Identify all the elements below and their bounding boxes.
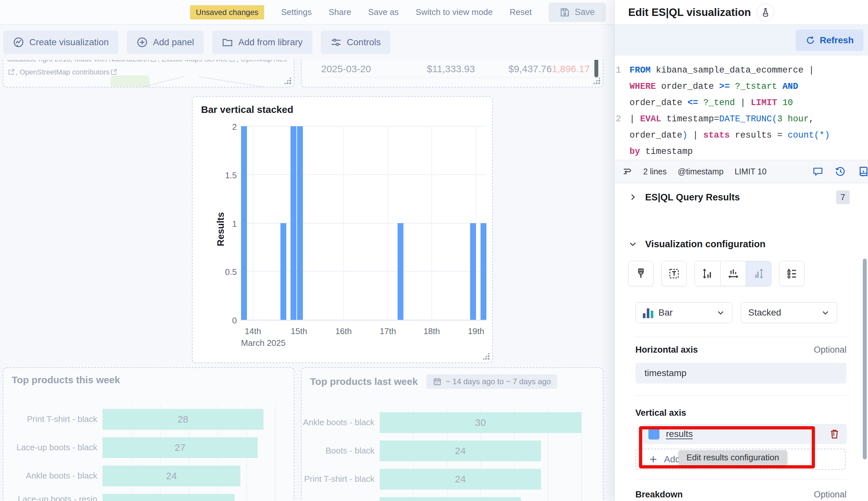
code-token: stats [703, 130, 730, 140]
controls-label: Controls [347, 37, 381, 47]
horizontal-axis-value: timestamp [644, 368, 686, 379]
code-token: 10 [782, 98, 793, 108]
word-wrap-icon[interactable] [622, 166, 632, 177]
left-axis-button[interactable] [695, 261, 720, 286]
line-number: 1 [614, 62, 630, 78]
panel-resize-handle[interactable] [482, 352, 490, 360]
bar-2025-03-14 21:00 [290, 126, 296, 320]
add-from-library-button[interactable]: Add from library [212, 31, 312, 54]
code-token [698, 98, 703, 108]
menu-item-switch-to-view-mode[interactable]: Switch to view mode [416, 7, 493, 17]
refresh-button[interactable]: Refresh [796, 30, 864, 51]
edit-results-configuration-link[interactable]: results [666, 429, 693, 439]
feedback-icon[interactable] [813, 166, 823, 177]
category-label: Lace-up boots - resin coffee [3, 494, 103, 501]
right-axis-button[interactable] [746, 261, 771, 286]
map-attribution: database right 2018, Made with NaturalEa… [3, 60, 294, 79]
create-visualization-label: Create visualization [29, 37, 109, 47]
gridline [246, 490, 247, 501]
bar-row-lace-up-boots-black: Lace-up boots - black27 [3, 433, 294, 462]
tech-preview-badge[interactable] [757, 3, 774, 21]
kibana-dashboard-app: Unsaved changes SettingsShareSave asSwit… [0, 0, 868, 501]
controls-button[interactable]: Controls [321, 31, 390, 54]
bar-vertical-stacked-panel[interactable]: Bar vertical stacked Results 00.511.52 1… [192, 96, 493, 363]
panel-time-range-badge[interactable]: ~ 14 days ago to ~ 7 days ago [426, 374, 557, 389]
value-label: 27 [175, 442, 185, 453]
bar-2025-03-19 03:00 [481, 223, 486, 320]
panel-resize-handle[interactable] [593, 77, 600, 84]
menu-item-reset[interactable]: Reset [510, 7, 532, 17]
x-tick-label: 17th [380, 326, 396, 337]
gridline [240, 126, 486, 127]
legend-icon [786, 268, 798, 279]
editor-time-field[interactable]: @timestamp [678, 167, 724, 176]
line-number [614, 143, 630, 160]
esql-code-editor[interactable]: 1FROM kibana_sample_data_ecommerce |WHER… [614, 56, 868, 160]
save-button[interactable]: Save [548, 3, 606, 22]
dashboard-toolbar: Create visualization Add panel Add from … [0, 25, 614, 60]
code-line: WHERE order_date >= ?_tstart AND [614, 78, 861, 95]
menu-item-settings[interactable]: Settings [281, 7, 312, 17]
gridline [246, 462, 247, 490]
plus-icon [649, 455, 658, 464]
chevron-right-icon [628, 193, 637, 202]
stack-mode-dropdown[interactable]: Stacked [741, 302, 837, 323]
topbar-menu: SettingsShareSave asSwitch to view modeR… [281, 7, 532, 17]
value-label: 24 [455, 445, 465, 456]
legend-button[interactable] [779, 261, 805, 286]
style-brush-button[interactable] [628, 261, 654, 286]
query-history-icon[interactable] [835, 166, 846, 177]
map-panel: database right 2018, Made with NaturalEa… [3, 60, 294, 87]
value-label: 30 [475, 417, 486, 428]
code-token: by [630, 147, 640, 157]
editor-limit[interactable]: LIMIT 10 [735, 167, 767, 176]
flyout-scrollbar[interactable] [863, 259, 867, 459]
query-results-section[interactable]: ES|QL Query Results 7 [614, 183, 868, 211]
create-visualization-button[interactable]: Create visualization [3, 31, 118, 54]
code-token: FROM [630, 65, 651, 75]
remove-dimension-button[interactable] [829, 428, 840, 440]
add-panel-button[interactable]: Add panel [127, 31, 204, 54]
map-attribution-link[interactable]: OpenStreetMap contributors [20, 68, 109, 76]
dashboard-canvas: database right 2018, Made with NaturalEa… [0, 60, 614, 501]
code-token: EVAL [640, 114, 661, 124]
edit-esql-flyout: Edit ES|QL visualization Refresh 1FRO [614, 0, 868, 501]
bar-track: 28 [103, 409, 275, 430]
map-attribution-link[interactable]: database right 2018, Made with NaturalEa… [7, 60, 149, 63]
code-text: order_date) | stats results = count(*) [630, 127, 830, 143]
code-token: | [687, 130, 703, 140]
code-text: order_date <= ?_tend | LIMIT 10 [630, 95, 793, 111]
horizontal-axis-field[interactable]: timestamp [635, 363, 847, 384]
gridline [240, 174, 486, 175]
external-link-icon [150, 60, 157, 63]
paint-brush-icon [635, 268, 647, 279]
menu-item-save-as[interactable]: Save as [368, 7, 399, 17]
query-results-count-badge: 7 [836, 190, 850, 204]
left-axis-icon [701, 267, 714, 280]
documentation-icon[interactable] [858, 166, 868, 177]
dashboard-main: Unsaved changes SettingsShareSave asSwit… [0, 0, 614, 501]
bottom-axis-button[interactable] [720, 261, 746, 286]
gridline [581, 493, 582, 501]
map-attribution-link[interactable]: Elastic Maps Service [162, 60, 228, 63]
menu-item-share[interactable]: Share [329, 7, 351, 17]
y-tick-label: 0 [232, 316, 237, 326]
text-labels-button[interactable] [662, 261, 687, 286]
y-tick-label: 0.5 [225, 267, 237, 277]
flyout-title: Edit ES|QL visualization [628, 6, 751, 19]
table-scrollbar[interactable] [594, 60, 598, 77]
vertical-axis-dimension-row[interactable]: results [642, 424, 847, 444]
viz-config-section[interactable]: Visualization configuration [614, 211, 868, 259]
category-label: Ankle boots - black [302, 417, 380, 427]
right-axis-icon [752, 267, 765, 280]
code-token: order_date [656, 82, 719, 92]
editor-footer: 2 lines @timestamp LIMIT 10 [614, 160, 868, 183]
code-token: , [809, 114, 814, 124]
chart-type-dropdown[interactable]: Bar [635, 302, 732, 323]
bar-row-trainers-black: Trainers - black21 [302, 493, 603, 501]
map-attribution-link[interactable]: OpenMapTiles [240, 60, 287, 63]
gridline [240, 271, 486, 271]
table-row[interactable]: 2025-03-20 $11,333.93 $9,437.76 1,896.17 [321, 60, 590, 77]
code-token: ) [682, 130, 687, 140]
top-products-last-week-panel: Top products last week ~ 14 days ago to … [301, 367, 603, 501]
